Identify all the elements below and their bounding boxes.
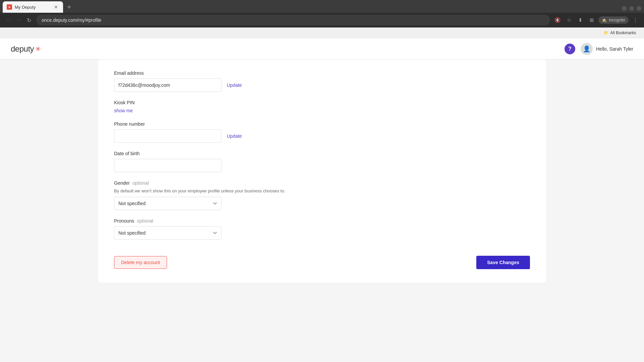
avatar: 👤 [581, 43, 593, 55]
email-field-row: Update [114, 78, 530, 92]
pronouns-label: Pronouns optional [114, 218, 530, 224]
phone-field-row: Update [114, 129, 530, 143]
logo-text: deputy [11, 44, 34, 54]
minimize-button[interactable] [622, 6, 627, 11]
address-bar-row: ← → ↻ 🔇 ☆ ⬇ ⊞ 🕵 Incognito ⋮ [0, 13, 644, 27]
save-changes-button[interactable]: Save Changes [476, 256, 530, 269]
phone-update-button[interactable]: Update [227, 133, 242, 139]
gender-select[interactable]: Not specified Male Female Non-binary Pre… [114, 197, 221, 210]
dob-field-row [114, 159, 530, 172]
download-icon[interactable]: ⬇ [576, 15, 585, 25]
browser-chrome: ★ My Deputy ✕ + ← → ↻ 🔇 ☆ ⬇ ⊞ 🕵 Incogni [0, 0, 644, 38]
phone-input[interactable] [114, 129, 221, 143]
phone-field-group: Phone number Update [114, 121, 530, 143]
email-label: Email address [114, 70, 530, 76]
folder-icon: 📁 [604, 31, 609, 35]
card-footer: Delete my account Save Changes [114, 250, 530, 269]
pronouns-select[interactable]: Not specified He/Him She/Her They/Them P… [114, 226, 221, 240]
browser-menu-button[interactable]: ⋮ [631, 15, 640, 25]
phone-label: Phone number [114, 121, 530, 127]
incognito-icon: 🕵 [602, 18, 607, 22]
gender-label: Gender optional [114, 180, 530, 186]
deputy-logo: deputy ✳ [11, 44, 41, 54]
maximize-button[interactable] [629, 6, 634, 11]
close-window-button[interactable] [637, 6, 641, 11]
email-field-group: Email address Update [114, 70, 530, 92]
gender-description: By default we won't show this on your em… [114, 188, 530, 193]
kiosk-label: Kiosk PIN [114, 100, 530, 105]
logo-star-icon: ✳ [35, 45, 41, 53]
tab-favicon-icon: ★ [7, 4, 12, 10]
pronouns-field-group: Pronouns optional Not specified He/Him S… [114, 218, 530, 240]
main-content: Email address Update Kiosk PIN show me [87, 60, 557, 283]
gender-field-group: Gender optional By default we won't show… [114, 180, 530, 210]
extensions-icon[interactable]: ⊞ [587, 15, 596, 25]
nav-controls: ← → ↻ [4, 15, 34, 25]
avatar-icon: 👤 [583, 45, 590, 53]
header-right: ? 👤 Hello, Sarah Tyler [565, 43, 633, 55]
delete-account-button[interactable]: Delete my account [114, 256, 167, 269]
page-wrapper: deputy ✳ ? 👤 Hello, Sarah Tyler Email ad… [0, 38, 644, 362]
incognito-badge: 🕵 Incognito [598, 16, 629, 24]
bookmarks-folder[interactable]: 📁 All Bookmarks [601, 30, 639, 36]
mute-icon[interactable]: 🔇 [553, 15, 562, 25]
gender-optional-label: optional [132, 180, 149, 186]
kiosk-field-row: show me [114, 108, 530, 113]
tab-close-button[interactable]: ✕ [53, 4, 59, 10]
tab-title: My Deputy [15, 5, 50, 10]
bookmarks-label: All Bookmarks [610, 31, 636, 35]
back-button[interactable]: ← [4, 15, 13, 25]
reload-button[interactable]: ↻ [24, 15, 34, 25]
active-tab[interactable]: ★ My Deputy ✕ [3, 1, 63, 13]
tab-bar: ★ My Deputy ✕ + [0, 0, 644, 13]
email-update-button[interactable]: Update [227, 82, 242, 88]
address-bar-input[interactable] [36, 15, 550, 25]
kiosk-pin-field-group: Kiosk PIN show me [114, 100, 530, 113]
bookmark-icon[interactable]: ☆ [564, 15, 574, 25]
app-header: deputy ✳ ? 👤 Hello, Sarah Tyler [0, 38, 644, 60]
forward-button[interactable]: → [14, 15, 23, 25]
help-button[interactable]: ? [565, 44, 575, 54]
kiosk-show-link[interactable]: show me [114, 108, 133, 113]
profile-card: Email address Update Kiosk PIN show me [98, 60, 546, 283]
dob-input[interactable] [114, 159, 221, 172]
dob-field-group: Date of birth [114, 151, 530, 172]
user-info: 👤 Hello, Sarah Tyler [581, 43, 633, 55]
new-tab-button[interactable]: + [64, 2, 74, 12]
email-input[interactable] [114, 78, 221, 92]
dob-label: Date of birth [114, 151, 530, 156]
user-greeting: Hello, Sarah Tyler [596, 46, 633, 52]
bookmarks-bar: 📁 All Bookmarks [0, 27, 644, 38]
incognito-label: Incognito [609, 18, 625, 22]
pronouns-optional-label: optional [137, 218, 153, 224]
browser-actions: 🔇 ☆ ⬇ ⊞ 🕵 Incognito ⋮ [553, 15, 640, 25]
